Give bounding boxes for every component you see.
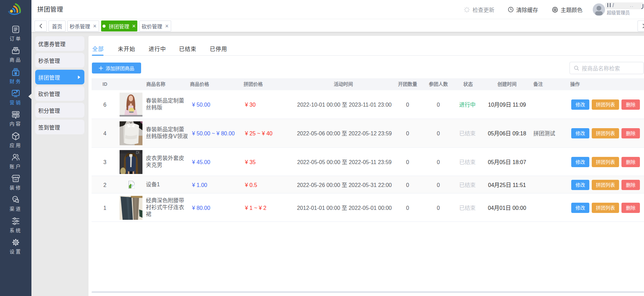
svg-text:DI: DI [136, 151, 139, 154]
